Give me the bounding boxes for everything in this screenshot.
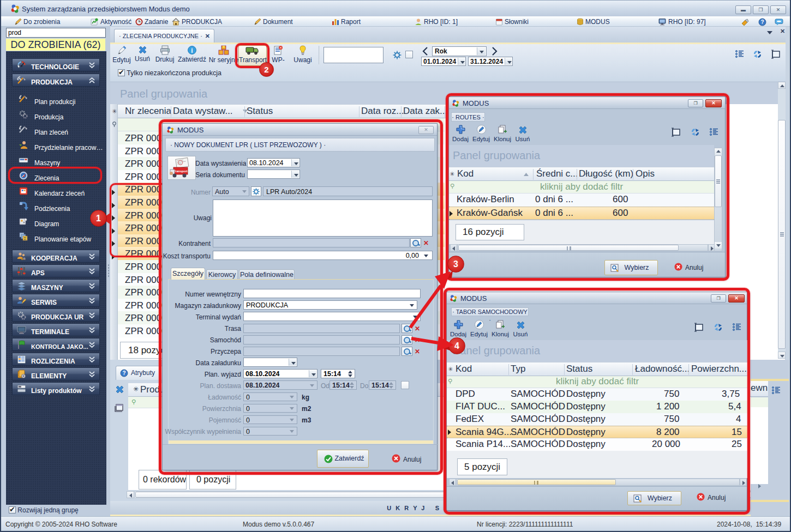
svg-text:Σ: Σ	[24, 237, 27, 240]
svg-text:?: ?	[760, 19, 764, 25]
svg-text:?: ?	[122, 370, 125, 376]
svg-text:i: i	[191, 47, 193, 55]
